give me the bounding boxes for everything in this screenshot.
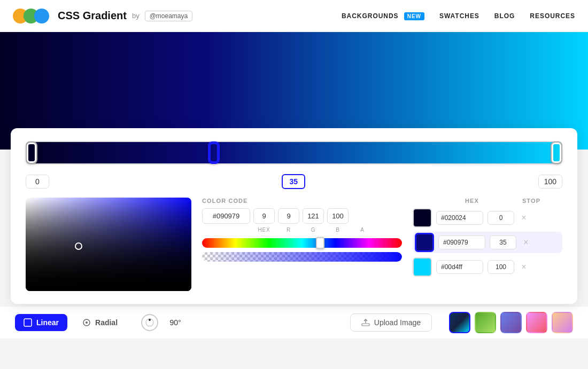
alpha-slider[interactable] bbox=[202, 252, 402, 262]
svg-rect-0 bbox=[24, 319, 32, 326]
position-labels: 0 35 100 bbox=[26, 174, 562, 189]
stop-row-2: × bbox=[413, 232, 562, 253]
b-input[interactable] bbox=[303, 208, 324, 224]
stop-delete-1[interactable]: × bbox=[519, 213, 529, 223]
g-input[interactable] bbox=[278, 208, 299, 224]
svg-rect-5 bbox=[362, 324, 369, 326]
preset-swatches bbox=[449, 312, 573, 333]
preset-swatch-3[interactable] bbox=[500, 312, 522, 333]
saturation-cursor bbox=[75, 242, 82, 250]
stop-handle-right[interactable] bbox=[552, 143, 561, 163]
stop-color-2[interactable] bbox=[415, 233, 434, 252]
stops-stop-col: STOP bbox=[515, 198, 547, 204]
stop-handle-left[interactable] bbox=[27, 143, 36, 163]
r-input[interactable] bbox=[253, 208, 275, 224]
circle-blue bbox=[34, 9, 49, 23]
angle-dial-icon bbox=[145, 318, 154, 327]
bottom-section: COLOR CODE HEX R G B A bbox=[26, 198, 562, 291]
upload-button[interactable]: Upload Image bbox=[350, 313, 432, 332]
alpha-slider-container bbox=[202, 252, 402, 262]
stop-delete-2[interactable]: × bbox=[521, 237, 531, 248]
color-code-section: COLOR CODE HEX R G B A bbox=[202, 198, 402, 291]
main-panel: 0 35 100 COLOR CODE HEX R G bbox=[11, 128, 577, 304]
color-code-label: COLOR CODE bbox=[202, 198, 402, 204]
stop-pos-1[interactable] bbox=[488, 211, 514, 225]
b-label: B bbox=[327, 227, 349, 233]
new-badge: NEW bbox=[404, 12, 424, 20]
linear-label: Linear bbox=[36, 318, 59, 327]
preset-swatch-1[interactable] bbox=[449, 312, 470, 333]
stop-color-1[interactable] bbox=[413, 208, 432, 227]
alpha-gradient bbox=[202, 252, 402, 262]
pos-label-mid[interactable]: 35 bbox=[282, 174, 305, 189]
logo-icon bbox=[13, 9, 49, 23]
nav-swatches[interactable]: SWATCHES bbox=[439, 12, 479, 20]
hue-slider-container bbox=[202, 238, 402, 248]
stop-pos-2[interactable] bbox=[490, 235, 516, 249]
stop-hex-3[interactable] bbox=[436, 260, 483, 274]
pos-label-0[interactable]: 0 bbox=[26, 175, 49, 189]
svg-point-4 bbox=[149, 319, 151, 321]
saturation-box[interactable] bbox=[26, 198, 191, 291]
radial-label: Radial bbox=[95, 318, 118, 327]
header-nav: BACKGROUNDS NEW SWATCHES BLOG RESOURCES bbox=[342, 12, 575, 20]
nav-blog[interactable]: BLOG bbox=[494, 12, 515, 20]
preset-swatch-5[interactable] bbox=[552, 312, 573, 333]
footer: Linear Radial Upload Image bbox=[0, 306, 588, 339]
gradient-bar-container bbox=[26, 141, 562, 164]
stop-pos-3[interactable] bbox=[488, 260, 514, 274]
stop-row-3: × bbox=[413, 257, 562, 277]
pos-label-100[interactable]: 100 bbox=[538, 175, 562, 189]
radial-button[interactable]: Radial bbox=[74, 314, 126, 331]
color-stops: HEX STOP × × bbox=[413, 198, 562, 291]
nav-backgrounds[interactable]: BACKGROUNDS NEW bbox=[342, 12, 424, 20]
linear-icon bbox=[24, 318, 32, 327]
color-picker-area bbox=[26, 198, 191, 291]
linear-button[interactable]: Linear bbox=[15, 314, 67, 331]
g-label: G bbox=[303, 227, 324, 233]
radial-icon bbox=[82, 318, 91, 327]
angle-input[interactable] bbox=[165, 318, 186, 327]
angle-icon[interactable] bbox=[141, 314, 158, 331]
stop-handle-mid[interactable] bbox=[209, 143, 219, 163]
svg-point-2 bbox=[86, 321, 88, 324]
stop-delete-3[interactable]: × bbox=[519, 262, 529, 272]
hue-thumb[interactable] bbox=[316, 237, 324, 249]
preset-swatch-2[interactable] bbox=[475, 312, 496, 333]
gradient-bar[interactable] bbox=[26, 141, 562, 164]
header-left: CSS Gradient by @moeamaya bbox=[13, 9, 192, 23]
preset-swatch-4[interactable] bbox=[526, 312, 547, 333]
hex-input[interactable] bbox=[202, 208, 250, 224]
author-badge[interactable]: @moeamaya bbox=[145, 11, 193, 21]
logo-text: CSS Gradient bbox=[58, 10, 127, 22]
header: CSS Gradient by @moeamaya BACKGROUNDS NE… bbox=[0, 0, 588, 32]
stops-header: HEX STOP bbox=[413, 198, 562, 204]
a-label: A bbox=[352, 227, 373, 233]
stop-hex-2[interactable] bbox=[438, 235, 485, 249]
r-label: R bbox=[278, 227, 299, 233]
upload-label: Upload Image bbox=[374, 318, 421, 327]
hue-slider[interactable] bbox=[202, 238, 402, 248]
stop-color-3[interactable] bbox=[413, 257, 432, 277]
rgba-labels: HEX R G B A bbox=[202, 227, 402, 233]
nav-resources[interactable]: RESOURCES bbox=[530, 12, 575, 20]
stop-hex-1[interactable] bbox=[436, 211, 483, 225]
a-input[interactable] bbox=[327, 208, 349, 224]
stops-hex-col: HEX bbox=[436, 198, 511, 204]
color-inputs bbox=[202, 208, 402, 224]
upload-icon bbox=[361, 318, 370, 327]
by-text: by bbox=[132, 12, 140, 20]
hex-label: HEX bbox=[253, 227, 275, 233]
stop-row-1: × bbox=[413, 208, 562, 227]
